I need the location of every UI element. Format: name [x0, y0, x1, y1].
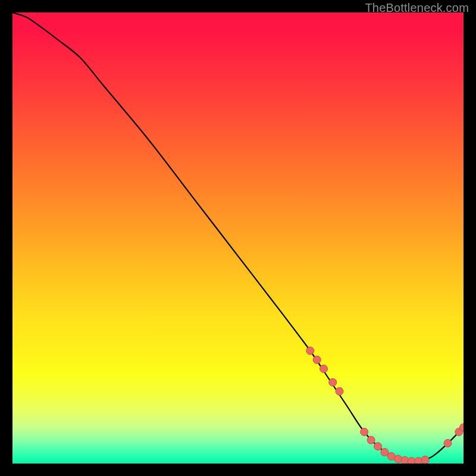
curve-marker [381, 449, 389, 456]
attribution-text: TheBottleneck.com [365, 1, 469, 15]
curve-svg [12, 12, 464, 464]
curve-marker [361, 428, 368, 436]
curve-marker [374, 443, 382, 450]
curve-marker [394, 455, 402, 463]
curve-marker [367, 436, 375, 444]
chart-stage: TheBottleneck.com [0, 0, 476, 476]
gradient-plot-area [12, 12, 464, 464]
curve-markers [306, 347, 464, 464]
curve-marker [336, 387, 343, 395]
curve-marker [329, 378, 337, 386]
curve-marker [401, 456, 409, 464]
curve-marker [320, 365, 328, 372]
curve-marker [444, 439, 452, 447]
curve-marker [313, 356, 321, 364]
bottleneck-curve [12, 12, 464, 461]
curve-marker [421, 456, 429, 464]
curve-marker [306, 347, 314, 355]
